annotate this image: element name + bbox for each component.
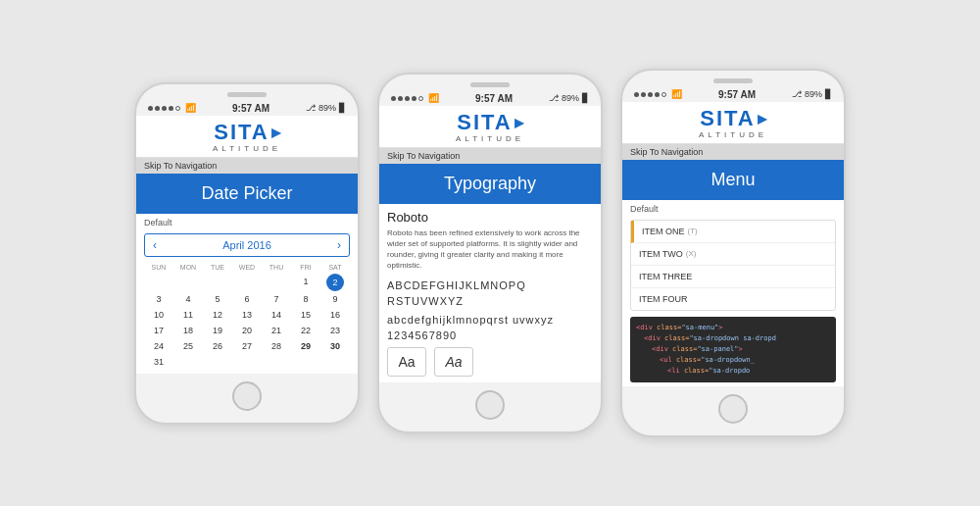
cal-month-title: April 2016 bbox=[222, 239, 271, 251]
status-time-3: 9:57 AM bbox=[682, 89, 792, 100]
cal-day[interactable]: 10 bbox=[144, 307, 173, 323]
cal-day[interactable]: 15 bbox=[291, 307, 320, 323]
wifi-icon-2: 📶 bbox=[428, 93, 439, 103]
menu-item-label: ITEM FOUR bbox=[639, 294, 688, 304]
menu-item[interactable]: ITEM FOUR bbox=[631, 288, 835, 310]
sita-logo-2: SITA bbox=[457, 112, 512, 133]
menu-item-label: ITEM TWO bbox=[639, 249, 683, 259]
calendar-header[interactable]: ‹ April 2016 › bbox=[144, 233, 350, 257]
cal-day[interactable]: 30 bbox=[320, 338, 350, 354]
status-right-2: ⎇ 89% ▊ bbox=[549, 93, 589, 103]
status-bar-3: 📶 9:57 AM ⎇ 89% ▊ bbox=[622, 87, 844, 102]
battery-icon-3: ▊ bbox=[825, 89, 832, 99]
cal-day[interactable]: 7 bbox=[262, 291, 291, 307]
cal-day[interactable]: 12 bbox=[203, 307, 232, 323]
font-description: Roboto has been refined extensively to w… bbox=[387, 228, 593, 272]
cal-day[interactable]: 11 bbox=[173, 307, 203, 323]
phone-bottom-3 bbox=[718, 386, 748, 435]
speaker-3 bbox=[713, 78, 753, 83]
status-time-2: 9:57 AM bbox=[439, 93, 549, 104]
cal-day bbox=[291, 354, 320, 370]
dot2 bbox=[398, 96, 403, 101]
alphabet-upper: ABCDEFGHIJKLMNOPQ RSTUVWXYZ bbox=[387, 278, 593, 310]
menu-item-badge: (X) bbox=[686, 249, 697, 258]
battery-icon-2: ▊ bbox=[582, 93, 589, 103]
phone-container: 📶 9:57 AM ⎇ 89% ▊ SITA ▸ ALTITUDE Skip T… bbox=[115, 49, 865, 458]
bluetooth-icon-3: ⎇ bbox=[792, 89, 802, 99]
cal-day[interactable]: 29 bbox=[291, 338, 320, 354]
cal-day[interactable]: 17 bbox=[144, 323, 173, 338]
cal-day bbox=[320, 354, 350, 370]
dot5 bbox=[662, 92, 666, 97]
cal-day[interactable]: 25 bbox=[173, 338, 203, 354]
dot4 bbox=[655, 92, 660, 97]
cal-day[interactable]: 2 bbox=[326, 274, 344, 291]
day-sat: SAT bbox=[320, 261, 350, 274]
cal-day[interactable]: 22 bbox=[291, 323, 320, 338]
sita-arrow-3: ▸ bbox=[758, 108, 766, 129]
cal-day bbox=[173, 354, 203, 370]
cal-day[interactable]: 24 bbox=[144, 338, 173, 354]
sita-logo-1: SITA bbox=[214, 122, 269, 143]
skip-nav-2[interactable]: Skip To Navigation bbox=[379, 148, 601, 164]
altitude-text-3: ALTITUDE bbox=[699, 130, 767, 139]
cal-day[interactable]: 23 bbox=[320, 323, 350, 338]
cal-day[interactable]: 28 bbox=[262, 338, 291, 354]
menu-item-badge: (T) bbox=[688, 227, 698, 235]
cal-day bbox=[144, 274, 173, 291]
sample-2: Aa bbox=[434, 347, 473, 377]
menu-list: ITEM ONE (T)ITEM TWO (X)ITEM THREEITEM F… bbox=[630, 220, 836, 311]
menu-content: ITEM ONE (T)ITEM TWO (X)ITEM THREEITEM F… bbox=[622, 216, 844, 387]
typography-content: Roboto Roboto has been refined extensive… bbox=[379, 204, 601, 382]
cal-day[interactable]: 1 bbox=[291, 274, 320, 291]
home-button-2[interactable] bbox=[475, 390, 505, 420]
cal-day[interactable]: 27 bbox=[232, 338, 262, 354]
dot4 bbox=[169, 106, 173, 111]
cal-day[interactable]: 4 bbox=[173, 291, 203, 307]
home-button-3[interactable] bbox=[718, 394, 748, 424]
cal-day[interactable]: 18 bbox=[173, 323, 203, 338]
menu-item[interactable]: ITEM THREE bbox=[631, 266, 835, 288]
cal-day[interactable]: 20 bbox=[232, 323, 262, 338]
cal-day[interactable]: 26 bbox=[203, 338, 232, 354]
cal-day bbox=[203, 274, 232, 291]
cal-day[interactable]: 9 bbox=[320, 291, 350, 307]
dot3 bbox=[162, 106, 167, 111]
cal-day[interactable]: 21 bbox=[262, 323, 291, 338]
date-picker-phone: 📶 9:57 AM ⎇ 89% ▊ SITA ▸ ALTITUDE Skip T… bbox=[134, 82, 360, 425]
cal-day[interactable]: 6 bbox=[232, 291, 262, 307]
skip-nav-3[interactable]: Skip To Navigation bbox=[622, 144, 844, 160]
code-line: <ul class="sa-dropdown_ bbox=[636, 355, 830, 366]
phone-bottom-2 bbox=[475, 382, 505, 431]
cal-day[interactable]: 5 bbox=[203, 291, 232, 307]
cal-day[interactable]: 19 bbox=[203, 323, 232, 338]
cal-day[interactable]: 3 bbox=[144, 291, 173, 307]
bluetooth-icon-1: ⎇ bbox=[306, 103, 316, 113]
skip-nav-1[interactable]: Skip To Navigation bbox=[136, 158, 358, 174]
status-left-3: 📶 bbox=[634, 89, 682, 99]
altitude-text-2: ALTITUDE bbox=[456, 134, 524, 143]
signal-dots-3 bbox=[634, 92, 666, 97]
phone-top-bar-3: 📶 9:57 AM ⎇ 89% ▊ bbox=[622, 71, 844, 102]
cal-day[interactable]: 14 bbox=[262, 307, 291, 323]
menu-item[interactable]: ITEM ONE (T) bbox=[631, 221, 835, 243]
cal-day bbox=[232, 354, 262, 370]
cal-next-arrow[interactable]: › bbox=[337, 238, 341, 252]
home-button-1[interactable] bbox=[232, 381, 262, 411]
dot2 bbox=[155, 106, 160, 111]
code-line: <div class="sa-menu"> bbox=[636, 323, 830, 333]
code-line: <div class="sa-dropdown sa-dropd bbox=[636, 333, 830, 344]
logo-area-2: SITA ▸ ALTITUDE bbox=[379, 106, 601, 148]
phone-bottom-1 bbox=[232, 374, 262, 423]
cal-day[interactable]: 13 bbox=[232, 307, 262, 323]
sita-logo-row-2: SITA ▸ bbox=[457, 112, 522, 133]
bluetooth-icon-2: ⎇ bbox=[549, 93, 559, 103]
menu-item[interactable]: ITEM TWO (X) bbox=[631, 243, 835, 266]
cal-day[interactable]: 31 bbox=[144, 354, 173, 370]
cal-day[interactable]: 16 bbox=[320, 307, 350, 323]
day-tue: TUE bbox=[203, 261, 232, 274]
cal-day[interactable]: 8 bbox=[291, 291, 320, 307]
dot4 bbox=[412, 96, 416, 101]
cal-prev-arrow[interactable]: ‹ bbox=[153, 238, 157, 252]
code-block: <div class="sa-menu"><div class="sa-drop… bbox=[630, 317, 836, 383]
